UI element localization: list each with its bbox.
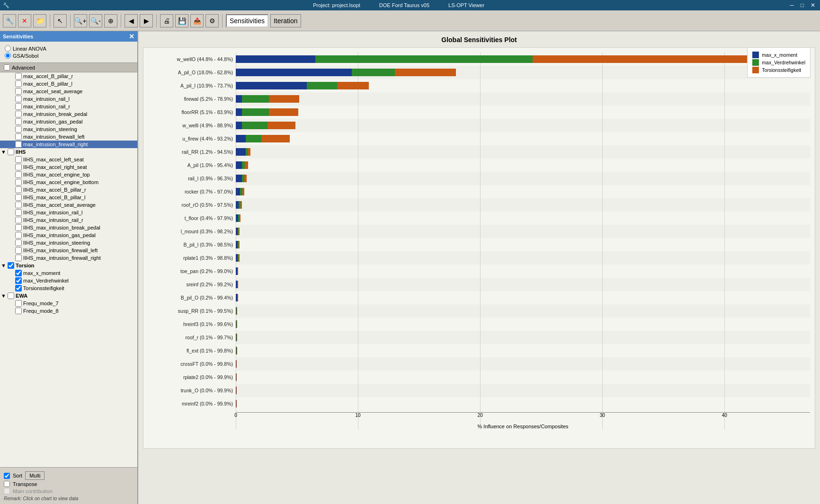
tree-item[interactable]: IIHS_max_accel_right_seat [0, 163, 137, 171]
pan-left-button[interactable]: ◀ [125, 14, 138, 27]
zoom-in-button[interactable]: 🔍+ [74, 14, 87, 27]
bar-row[interactable] [236, 304, 810, 318]
bar-row[interactable] [236, 79, 810, 92]
pan-right-button[interactable]: ▶ [140, 14, 153, 27]
tree-item-checkbox[interactable] [15, 217, 22, 223]
open-button[interactable]: 📁 [33, 14, 46, 27]
tree-item[interactable]: max_accel_B_pillar_l [0, 80, 137, 88]
tree-item-checkbox[interactable] [15, 73, 22, 80]
bar-row[interactable] [236, 357, 810, 371]
bar-row[interactable] [236, 238, 810, 251]
print-button[interactable]: 🖨 [160, 14, 173, 27]
tree-toggle-icon[interactable]: ▼ [1, 263, 8, 268]
delete-button[interactable]: ✕ [18, 14, 31, 27]
minimize-button[interactable]: ─ [788, 1, 796, 9]
tree-item[interactable]: IIHS_max_accel_engine_top [0, 171, 137, 178]
bar-row[interactable] [236, 371, 810, 384]
tree-item[interactable]: IIHS_max_intrusion_firewall_right [0, 254, 137, 262]
tree-item-checkbox[interactable] [15, 111, 22, 117]
tree-toggle-icon[interactable]: ▼ [1, 149, 8, 155]
new-button[interactable]: 🔧 [3, 14, 16, 27]
tree-item-checkbox[interactable] [15, 156, 22, 163]
tree-item-checkbox[interactable] [15, 209, 22, 216]
tree-item-checkbox[interactable] [15, 300, 22, 307]
tree-item[interactable]: IIHS_max_accel_seat_average [0, 201, 137, 209]
tree-group-checkbox[interactable] [8, 262, 14, 269]
chart-bars-area[interactable]: 010203040 % Influence on Responses/Compo… [236, 53, 810, 429]
bar-row[interactable] [236, 119, 810, 132]
tree-item-checkbox[interactable] [15, 88, 22, 95]
zoom-out-button[interactable]: 🔍- [89, 14, 102, 27]
tree-group-checkbox[interactable] [8, 292, 14, 299]
tree-item-checkbox[interactable] [15, 232, 22, 239]
maximize-button[interactable]: □ [799, 1, 806, 9]
export-button[interactable]: 📤 [190, 14, 204, 27]
bar-row[interactable] [236, 265, 810, 278]
tree-toggle-icon[interactable]: ▼ [1, 293, 8, 299]
tree-item-checkbox[interactable] [15, 194, 22, 201]
bar-row[interactable] [236, 132, 810, 145]
tree-item[interactable]: IIHS_max_accel_B_pillar_r [0, 186, 137, 194]
bar-row[interactable] [236, 198, 810, 212]
bar-row[interactable] [236, 251, 810, 265]
iteration-tab-button[interactable]: Iteration [270, 14, 301, 27]
cursor-button[interactable]: ↖ [53, 14, 67, 27]
bar-row[interactable] [236, 185, 810, 198]
tree-item-checkbox[interactable] [15, 133, 22, 140]
tree-group-checkbox[interactable] [8, 149, 14, 155]
transpose-checkbox[interactable] [4, 481, 10, 487]
tree-item[interactable]: max_intrusion_rail_l [0, 95, 137, 103]
tree-item[interactable]: Frequ_mode_8 [0, 307, 137, 315]
tree-item[interactable]: max_x_moment [0, 269, 137, 277]
tree-item-checkbox[interactable] [15, 171, 22, 178]
tree-item[interactable]: IIHS_max_accel_left_seat [0, 156, 137, 163]
sort-checkbox[interactable] [4, 473, 10, 479]
tree-item[interactable]: IIHS_max_intrusion_steering [0, 239, 137, 247]
gsa-sobol-input[interactable] [5, 53, 11, 59]
tree-item-checkbox[interactable] [15, 141, 22, 148]
tree-item-checkbox[interactable] [15, 247, 22, 254]
bar-row[interactable] [236, 397, 810, 410]
tree-item-checkbox[interactable] [15, 202, 22, 208]
tree-item[interactable]: IIHS_max_intrusion_gas_pedal [0, 231, 137, 239]
tree-item-checkbox[interactable] [15, 186, 22, 193]
gsa-sobol-radio[interactable]: GSA/Sobol [5, 53, 133, 59]
tree-item-checkbox[interactable] [15, 179, 22, 186]
bar-row[interactable] [236, 344, 810, 357]
tree-item[interactable]: Frequ_mode_7 [0, 300, 137, 307]
tree-item-checkbox[interactable] [15, 277, 22, 284]
linear-anova-input[interactable] [5, 45, 11, 52]
tree-item[interactable]: IIHS_max_intrusion_rail_l [0, 209, 137, 216]
tree-item[interactable]: ▼ Torsion [0, 262, 137, 269]
bar-row[interactable] [236, 92, 810, 106]
tree-item-checkbox[interactable] [15, 285, 22, 292]
bar-row[interactable] [236, 225, 810, 238]
linear-anova-radio[interactable]: Linear ANOVA [5, 45, 133, 52]
tree-item[interactable]: ▼ EWA [0, 292, 137, 300]
tree-item-checkbox[interactable] [15, 164, 22, 170]
advanced-checkbox[interactable] [4, 64, 10, 71]
bar-row[interactable] [236, 145, 810, 159]
tree-item-checkbox[interactable] [15, 255, 22, 261]
bar-row[interactable] [236, 278, 810, 291]
tree-item-checkbox[interactable] [15, 308, 22, 314]
tree-item-checkbox[interactable] [15, 96, 22, 102]
bar-row[interactable] [236, 172, 810, 185]
tree-item[interactable]: max_intrusion_rail_r [0, 103, 137, 110]
tree-item[interactable]: ▼ IIHS [0, 148, 137, 156]
bar-row[interactable] [236, 291, 810, 304]
tree-item-checkbox[interactable] [15, 126, 22, 133]
tree-item[interactable]: max_intrusion_firewall_left [0, 133, 137, 141]
tree-item[interactable]: max_Verdrehwinkel [0, 277, 137, 284]
multi-button[interactable]: Multi [25, 471, 45, 480]
bar-row[interactable] [236, 384, 810, 397]
bar-row[interactable] [236, 106, 810, 119]
tree-item-checkbox[interactable] [15, 80, 22, 87]
bar-row[interactable] [236, 331, 810, 344]
bar-row[interactable] [236, 318, 810, 331]
tree-item[interactable]: max_accel_seat_average [0, 88, 137, 95]
save-button[interactable]: 💾 [175, 14, 188, 27]
bar-row[interactable] [236, 159, 810, 172]
tree-item-checkbox[interactable] [15, 118, 22, 125]
bar-row[interactable] [236, 212, 810, 225]
